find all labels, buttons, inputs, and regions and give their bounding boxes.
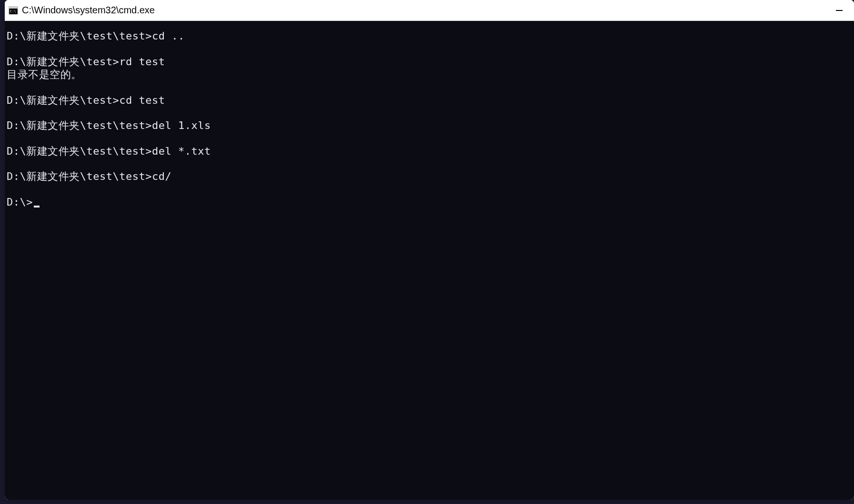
terminal-entry: D:\新建文件夹\test\test>cd/ — [7, 170, 852, 183]
terminal-current-line: D:\> — [7, 196, 852, 209]
prompt: D:\新建文件夹\test\test> — [7, 30, 152, 42]
terminal-entry: D:\新建文件夹\test\test>del *.txt — [7, 145, 852, 158]
svg-rect-1 — [9, 7, 18, 9]
prompt: D:\新建文件夹\test\test> — [7, 145, 152, 157]
terminal-entry: D:\新建文件夹\test>rd test 目录不是空的。 — [7, 55, 852, 81]
minimize-button[interactable] — [828, 3, 850, 18]
prompt: D:\新建文件夹\test\test> — [7, 119, 152, 131]
prompt: D:\新建文件夹\test> — [7, 94, 119, 106]
current-prompt: D:\> — [7, 196, 33, 208]
cmd-window: C:\ C:\Windows\system32\cmd.exe D:\新建文件夹… — [5, 0, 854, 500]
prompt: D:\新建文件夹\test> — [7, 56, 119, 68]
titlebar[interactable]: C:\ C:\Windows\system32\cmd.exe — [5, 0, 854, 21]
terminal-entry: D:\新建文件夹\test\test>del 1.xls — [7, 119, 852, 132]
command: cd test — [119, 94, 165, 106]
terminal-entry: D:\新建文件夹\test>cd test — [7, 94, 852, 107]
command: del *.txt — [152, 145, 211, 157]
output: 目录不是空的。 — [7, 69, 82, 80]
svg-text:C:\: C:\ — [10, 10, 16, 13]
command: cd/ — [152, 170, 171, 182]
cursor — [34, 206, 40, 208]
command: rd test — [119, 56, 165, 68]
prompt: D:\新建文件夹\test\test> — [7, 170, 152, 182]
command: del 1.xls — [152, 119, 211, 131]
window-title: C:\Windows\system32\cmd.exe — [22, 5, 828, 16]
cmd-icon: C:\ — [9, 6, 18, 15]
command: cd .. — [152, 30, 185, 42]
minimize-icon — [836, 10, 843, 11]
terminal-area[interactable]: D:\新建文件夹\test\test>cd .. D:\新建文件夹\test>r… — [5, 21, 854, 500]
terminal-entry: D:\新建文件夹\test\test>cd .. — [7, 30, 852, 43]
titlebar-controls — [828, 3, 850, 18]
